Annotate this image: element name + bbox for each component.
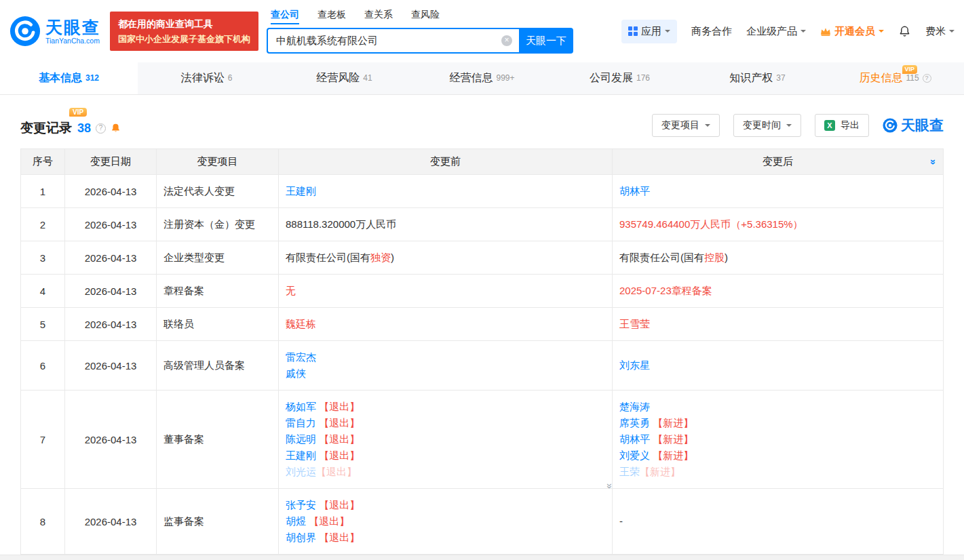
entity-link[interactable]: 席英勇 <box>619 417 650 428</box>
cell-item: 联络员 <box>157 308 279 341</box>
cell-no: 4 <box>21 275 65 308</box>
entity-link[interactable]: 陈远明 <box>286 433 316 445</box>
grid-icon <box>628 26 638 36</box>
cell-before: 张予安 【退出】胡煜 【退出】胡创界 【退出】 <box>279 489 613 555</box>
watermark-text: 天眼查 <box>901 116 944 135</box>
search-input[interactable] <box>267 28 519 54</box>
column-header: 变更前 <box>279 149 613 175</box>
tab-count: 312 <box>85 73 99 83</box>
section-title: 变更记录 <box>20 119 72 137</box>
cell-before: 魏廷栋 <box>279 308 613 341</box>
cell-text: 【新进】 <box>650 449 693 461</box>
entity-link[interactable]: 杨如军 <box>286 401 316 412</box>
search-tab-relation[interactable]: 查关系 <box>364 9 393 24</box>
entity-link[interactable]: 刘东星 <box>619 359 650 371</box>
cell-text: - <box>619 515 623 527</box>
entity-link[interactable]: 刘爱义 <box>619 449 650 461</box>
entity-link[interactable]: 刘光运 <box>286 466 316 477</box>
tab-count: 115 <box>906 73 919 83</box>
cell-text: 【新进】 <box>650 417 693 428</box>
collapse-all-icon[interactable]: » <box>927 159 939 164</box>
cell-text: 2025-07-23章程备案 <box>619 285 712 296</box>
entity-link[interactable]: 戚侠 <box>286 367 306 379</box>
tab-label: 基本信息 <box>39 71 82 85</box>
cell-text: 魏廷栋 <box>286 318 316 329</box>
entity-link[interactable]: 雷自力 <box>286 417 316 428</box>
cell-no: 3 <box>21 241 65 275</box>
tianyancha-logo-icon <box>9 16 41 47</box>
cell-text: 独资 <box>370 252 391 263</box>
search-tab-boss[interactable]: 查老板 <box>317 9 346 24</box>
table-controls: 变更项目 变更时间 X 导出 天眼查 <box>652 114 944 137</box>
tab-risk[interactable]: 经营风险41 <box>275 62 413 94</box>
search-tabs: 查公司 查老板 查关系 查风险 <box>271 9 573 24</box>
watermark-logo: 天眼查 <box>883 116 944 135</box>
filter-change-time[interactable]: 变更时间 <box>733 114 801 137</box>
vip-member-menu[interactable]: 开通会员 <box>820 25 884 38</box>
cell-text: 【退出】 <box>316 449 360 461</box>
tab-history[interactable]: 历史信息115VIP? <box>826 62 964 94</box>
apps-label: 应用 <box>641 25 661 38</box>
search-tab-risk[interactable]: 查风险 <box>411 9 440 24</box>
tab-basic-info[interactable]: 基本信息312 <box>0 62 138 94</box>
cell-before: 雷宏杰戚侠 <box>279 341 613 391</box>
export-label: 导出 <box>841 119 860 132</box>
entity-link[interactable]: 王建刚 <box>286 185 316 197</box>
cell-date: 2026-04-13 <box>65 175 157 208</box>
user-menu[interactable]: 费米 <box>925 25 955 38</box>
search-tab-company[interactable]: 查公司 <box>271 9 299 24</box>
entity-link[interactable]: 楚海涛 <box>619 401 650 412</box>
entity-link[interactable]: 张予安 <box>286 499 316 511</box>
cell-no: 6 <box>21 341 65 391</box>
tab-label: 经营信息 <box>449 71 493 85</box>
cell-date: 2026-04-13 <box>65 391 157 489</box>
tianyancha-logo[interactable]: 天眼查 TianYanCha.com <box>9 16 100 47</box>
tab-count: 176 <box>636 73 650 83</box>
tab-count: 6 <box>228 73 233 83</box>
cell-date: 2026-04-13 <box>65 341 157 391</box>
table-row: 22026-04-13注册资本（金）变更888118.320000万人民币935… <box>21 208 944 241</box>
entity-link[interactable]: 王建刚 <box>286 449 316 461</box>
search-button[interactable]: 天眼一下 <box>519 28 573 54</box>
tab-operation[interactable]: 经营信息999+ <box>413 62 551 94</box>
cell-after: 楚海涛席英勇 【新进】胡林平 【新进】刘爱义 【新进】王荣【新进】» <box>613 391 944 489</box>
export-button[interactable]: X 导出 <box>815 114 869 137</box>
entity-link[interactable]: 胡创界 <box>286 532 316 543</box>
cell-text: 有限责任公司(国有 <box>619 252 704 263</box>
cell-no: 5 <box>21 308 65 341</box>
apps-menu[interactable]: 应用 <box>621 20 677 43</box>
cell-item: 章程备案 <box>157 275 279 308</box>
tab-legal[interactable]: 法律诉讼6 <box>138 62 275 94</box>
main-content: VIP 变更记录 38 ? 变更项目 变更时间 X 导出 <box>0 111 964 555</box>
cell-after: 2025-07-23章程备案 <box>613 275 944 308</box>
tab-development[interactable]: 公司发展176 <box>551 62 689 94</box>
change-table-body: 12026-04-13法定代表人变更王建刚胡林平22026-04-13注册资本（… <box>21 175 944 555</box>
cell-text: 王雪莹 <box>619 318 650 329</box>
clear-icon[interactable]: × <box>501 35 512 46</box>
cell-item: 法定代表人变更 <box>157 175 279 208</box>
tianyancha-mini-logo-icon <box>883 118 898 133</box>
column-header: 变更后» <box>613 149 944 175</box>
cell-text: 【退出】 <box>316 466 357 477</box>
notification-bell-icon[interactable] <box>898 24 911 38</box>
cell-after: 935749.464400万人民币（+5.36315%） <box>613 208 944 241</box>
entity-link[interactable]: 胡煜 <box>286 515 306 527</box>
record-count: 38 <box>77 121 91 136</box>
enterprise-product-menu[interactable]: 企业级产品 <box>746 25 806 38</box>
tab-ip[interactable]: 知识产权37 <box>689 62 826 94</box>
subscribe-bell-icon[interactable] <box>111 123 121 134</box>
table-row: 62026-04-13高级管理人员备案雷宏杰戚侠刘东星 <box>21 341 944 391</box>
filter-change-item[interactable]: 变更项目 <box>652 114 720 137</box>
company-tabs: 基本信息312法律诉讼6经营风险41经营信息999+公司发展176知识产权37历… <box>0 62 964 95</box>
entity-link[interactable]: 王荣 <box>619 466 640 477</box>
filter-change-time-label: 变更时间 <box>743 119 781 132</box>
entity-link[interactable]: 雷宏杰 <box>286 351 316 363</box>
entity-link[interactable]: 胡林平 <box>619 433 650 445</box>
tab-count: 41 <box>363 73 372 83</box>
cell-text: 【退出】 <box>316 417 360 428</box>
tab-count: 999+ <box>496 73 514 83</box>
entity-link[interactable]: 胡林平 <box>619 185 650 197</box>
tab-count: 37 <box>776 73 785 83</box>
help-icon[interactable]: ? <box>96 123 106 134</box>
business-coop-link[interactable]: 商务合作 <box>691 25 732 38</box>
